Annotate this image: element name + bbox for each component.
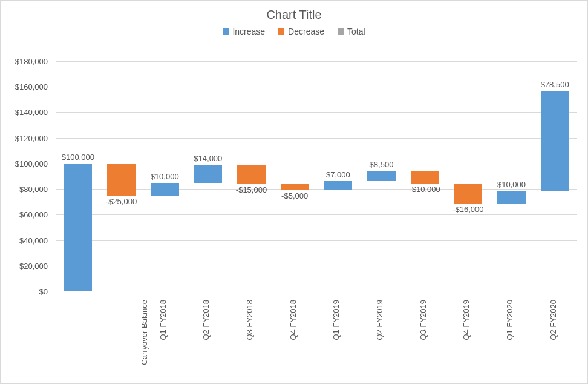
waterfall-bar xyxy=(541,91,569,191)
legend-label-decrease: Decrease xyxy=(288,27,324,36)
y-tick-label: $20,000 xyxy=(0,261,48,270)
y-tick-label: $0 xyxy=(0,287,48,296)
x-tick-label: Q3 FY2018 xyxy=(244,300,253,340)
x-tick-label: Q2 FY2018 xyxy=(201,300,211,340)
waterfall-bar xyxy=(411,171,439,184)
y-tick-label: $120,000 xyxy=(0,133,48,142)
gridline xyxy=(56,240,577,241)
y-tick-label: $80,000 xyxy=(0,185,48,194)
waterfall-bar xyxy=(324,181,352,190)
waterfall-bar xyxy=(497,191,526,204)
chart-title: Chart Title xyxy=(1,1,587,27)
plot-area: $0$20,000$40,000$60,000$80,000$100,000$1… xyxy=(56,61,577,291)
data-label: $78,500 xyxy=(540,80,570,89)
x-tick-label: Q4 FY2018 xyxy=(288,300,297,340)
data-label: -$5,000 xyxy=(280,191,310,200)
waterfall-bar xyxy=(194,165,222,183)
chart-legend: Increase Decrease Total xyxy=(1,27,587,44)
data-label: -$10,000 xyxy=(408,185,442,194)
waterfall-bar xyxy=(281,184,309,191)
x-tick-label: Q2 FY2019 xyxy=(374,300,384,340)
x-axis-labels: Carryover BalanceQ1 FY2018Q2 FY2018Q3 FY… xyxy=(56,297,577,376)
waterfall-bar xyxy=(64,164,92,291)
y-tick-label: $60,000 xyxy=(0,210,48,219)
data-label: $10,000 xyxy=(497,180,526,189)
legend-item-increase: Increase xyxy=(223,27,265,36)
data-label: $14,000 xyxy=(193,154,223,163)
x-tick-label: Q3 FY2019 xyxy=(418,300,427,340)
x-tick-label: Q1 FY2020 xyxy=(505,300,514,340)
data-label: $8,500 xyxy=(369,160,394,169)
x-tick-label: Q1 FY2019 xyxy=(332,300,341,340)
data-label: -$16,000 xyxy=(451,205,485,214)
waterfall-bar xyxy=(151,183,179,196)
x-tick-label: Q1 FY2018 xyxy=(158,300,167,340)
waterfall-bar xyxy=(237,165,266,184)
gridline xyxy=(56,266,577,266)
x-tick-label: Q2 FY2020 xyxy=(548,300,557,340)
gridline xyxy=(56,61,577,62)
waterfall-bar xyxy=(367,171,396,182)
chart-container: Chart Title Increase Decrease Total $0$2… xyxy=(0,0,588,384)
legend-label-total: Total xyxy=(347,27,365,36)
data-label: $7,000 xyxy=(325,170,351,179)
legend-swatch-total xyxy=(338,28,344,35)
data-label: $10,000 xyxy=(150,172,180,181)
legend-item-decrease: Decrease xyxy=(278,27,324,36)
legend-label-increase: Increase xyxy=(232,27,265,36)
gridline xyxy=(56,87,577,87)
waterfall-bar xyxy=(107,164,136,196)
waterfall-bar xyxy=(454,184,482,204)
gridline xyxy=(56,112,577,113)
data-label: -$15,000 xyxy=(235,185,269,194)
y-tick-label: $140,000 xyxy=(0,108,48,117)
y-tick-label: $40,000 xyxy=(0,236,48,245)
plot-wrapper: $0$20,000$40,000$60,000$80,000$100,000$1… xyxy=(56,61,577,291)
legend-swatch-decrease xyxy=(278,28,284,35)
y-tick-label: $180,000 xyxy=(0,57,48,66)
legend-swatch-increase xyxy=(223,28,229,35)
y-tick-label: $160,000 xyxy=(0,82,48,91)
x-tick-label: Carryover Balance xyxy=(139,300,148,365)
x-tick-label: Q4 FY2019 xyxy=(462,300,471,340)
gridline xyxy=(56,138,577,139)
y-tick-label: $100,000 xyxy=(0,159,48,168)
legend-item-total: Total xyxy=(338,27,365,36)
data-label: $100,000 xyxy=(61,153,95,162)
data-label: -$25,000 xyxy=(105,197,139,206)
gridline xyxy=(56,214,577,215)
